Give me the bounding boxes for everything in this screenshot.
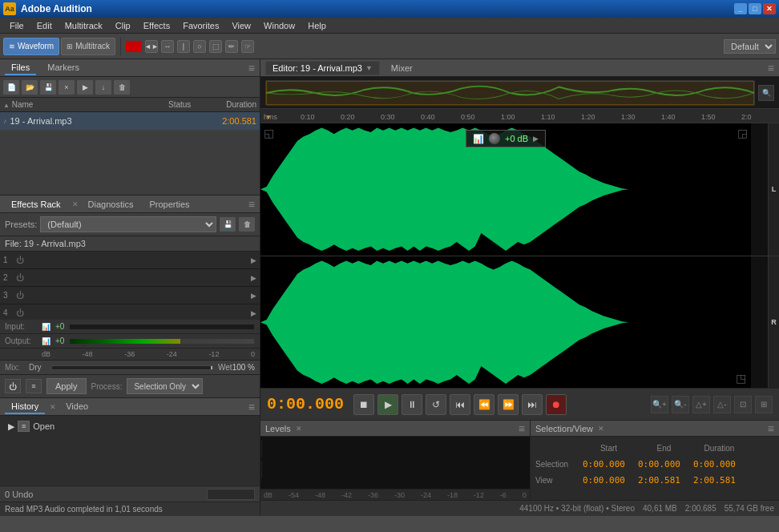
sel-duration-view[interactable]: 2:00.581 bbox=[693, 475, 745, 486]
menu-clip[interactable]: Clip bbox=[109, 19, 137, 32]
record-button[interactable]: ⏺ bbox=[546, 394, 567, 415]
save-file-btn[interactable]: 💾 bbox=[40, 80, 56, 95]
effects-power-btn[interactable]: ⏻ bbox=[5, 379, 21, 393]
sel-end-view[interactable]: 2:00.581 bbox=[638, 475, 690, 486]
new-file-btn[interactable]: 📄 bbox=[3, 80, 19, 95]
history-options[interactable]: ≡ bbox=[248, 401, 255, 413]
menu-favorites[interactable]: Favorites bbox=[176, 19, 225, 32]
goto-start-button[interactable]: ⏮ bbox=[450, 394, 470, 415]
effect-power-3[interactable]: ⏻ bbox=[16, 291, 24, 300]
zoom-out-amp-btn[interactable]: △- bbox=[713, 396, 731, 413]
toolbar-btn-razor[interactable]: ✏ bbox=[225, 40, 238, 53]
sel-start-view[interactable]: 0:00.000 bbox=[583, 475, 635, 486]
col-duration-header[interactable]: Duration bbox=[208, 100, 256, 109]
maximize-button[interactable]: □ bbox=[749, 3, 761, 14]
menu-effects[interactable]: Effects bbox=[137, 19, 176, 32]
mixer-tab[interactable]: Mixer bbox=[385, 62, 419, 75]
process-select[interactable]: Selection Only bbox=[127, 378, 203, 394]
toolbar-btn-hand[interactable]: ☞ bbox=[241, 40, 254, 53]
tab-diagnostics[interactable]: Diagnostics bbox=[82, 198, 140, 211]
toolbar-btn-1[interactable]: ◄► bbox=[145, 40, 158, 53]
tab-history[interactable]: History bbox=[5, 400, 45, 414]
delete-preset-btn[interactable]: 🗑 bbox=[239, 217, 255, 232]
open-file-btn[interactable]: 📂 bbox=[22, 80, 38, 95]
workspace-select[interactable]: Default bbox=[724, 39, 776, 54]
overview-waveform[interactable] bbox=[265, 80, 755, 106]
presets-select[interactable]: (Default) bbox=[40, 216, 216, 232]
effect-arrow-3[interactable]: ▶ bbox=[251, 292, 256, 300]
vol-expand-icon[interactable]: ▶ bbox=[533, 135, 539, 143]
save-preset-btn[interactable]: 💾 bbox=[220, 217, 236, 232]
autoplay-btn[interactable]: ▶ bbox=[77, 80, 93, 95]
apply-button[interactable]: Apply bbox=[46, 378, 87, 394]
effect-row-3[interactable]: 3 ⏻ ▶ bbox=[0, 287, 260, 304]
close-button[interactable]: ✕ bbox=[763, 3, 776, 14]
sel-duration-selection[interactable]: 0:00.000 bbox=[693, 459, 745, 470]
menu-file[interactable]: File bbox=[3, 19, 30, 32]
selection-close[interactable]: ✕ bbox=[598, 425, 604, 433]
effect-power-1[interactable]: ⏻ bbox=[16, 256, 24, 264]
col-name-header[interactable]: ▲ Name bbox=[3, 100, 168, 109]
toolbar-btn-2[interactable]: ↔ bbox=[161, 40, 174, 53]
history-close[interactable]: ✕ bbox=[50, 403, 56, 411]
input-icon[interactable]: 📊 bbox=[42, 323, 50, 331]
toolbar-btn-time[interactable]: | bbox=[177, 40, 190, 53]
selection-options[interactable]: ≡ bbox=[768, 422, 774, 435]
minimize-button[interactable]: _ bbox=[734, 3, 747, 14]
zoom-fit-btn[interactable]: ⊡ bbox=[734, 396, 752, 413]
toolbar-btn-marquee[interactable]: ⬚ bbox=[209, 40, 222, 53]
toolbar-btn-draw[interactable]: ○ bbox=[193, 40, 206, 53]
effect-arrow-2[interactable]: ▶ bbox=[251, 274, 256, 282]
editor-tab-close[interactable]: ▼ bbox=[365, 64, 373, 72]
volume-overlay[interactable]: 📊 +0 dB ▶ bbox=[466, 130, 546, 147]
bottom-right-corner-marker[interactable]: ◳ bbox=[736, 372, 746, 385]
levels-close[interactable]: ✕ bbox=[296, 425, 302, 433]
delete-btn[interactable]: 🗑 bbox=[114, 80, 130, 95]
volume-knob[interactable] bbox=[489, 133, 500, 144]
menu-window[interactable]: Window bbox=[257, 19, 301, 32]
zoom-full-btn[interactable]: ⊞ bbox=[755, 396, 773, 413]
history-item-open[interactable]: ▶ ≡ Open bbox=[5, 419, 255, 433]
effects-list-btn[interactable]: ≡ bbox=[26, 379, 42, 393]
editor-tab-arrival[interactable]: Editor: 19 - Arrival.mp3 ▼ bbox=[265, 61, 380, 75]
close-file-btn[interactable]: × bbox=[59, 80, 75, 95]
effect-power-4[interactable]: ⏻ bbox=[16, 308, 24, 317]
effect-row-1[interactable]: 1 ⏻ ▶ bbox=[0, 252, 260, 269]
sel-start-selection[interactable]: 0:00.000 bbox=[583, 459, 635, 470]
waveform-main[interactable]: 📊 +0 dB ▶ ◱ ◲ ◳ bbox=[260, 123, 779, 388]
output-icon[interactable]: 📊 bbox=[42, 337, 50, 345]
menu-multitrack[interactable]: Multitrack bbox=[59, 19, 109, 32]
zoom-in-time-btn[interactable]: 🔍+ bbox=[651, 396, 668, 413]
multitrack-mode-button[interactable]: ⊞ Multitrack bbox=[61, 38, 115, 55]
waveform-canvas[interactable]: 📊 +0 dB ▶ ◱ ◲ ◳ bbox=[260, 123, 751, 388]
tab-effects-rack[interactable]: Effects Rack bbox=[5, 198, 67, 211]
rewind-button[interactable]: ⏪ bbox=[474, 394, 494, 415]
pause-button[interactable]: ⏸ bbox=[402, 394, 422, 415]
top-left-corner-marker[interactable]: ◱ bbox=[264, 127, 274, 139]
tab-properties[interactable]: Properties bbox=[143, 198, 196, 211]
waveform-mode-button[interactable]: ≋ Waveform bbox=[3, 38, 59, 55]
effects-panel-options[interactable]: ≡ bbox=[248, 198, 255, 211]
editor-panel-options[interactable]: ≡ bbox=[768, 62, 774, 75]
effects-rack-close[interactable]: ✕ bbox=[72, 200, 79, 208]
levels-options[interactable]: ≡ bbox=[519, 422, 525, 435]
overview-zoom-btn[interactable]: 🔍 bbox=[758, 85, 774, 101]
play-button[interactable]: ▶ bbox=[377, 394, 398, 415]
tab-video[interactable]: Video bbox=[59, 400, 95, 414]
sel-end-selection[interactable]: 0:00.000 bbox=[638, 459, 690, 470]
col-status-header[interactable]: Status bbox=[168, 100, 208, 109]
zoom-out-time-btn[interactable]: 🔍- bbox=[672, 396, 689, 413]
goto-end-button[interactable]: ⏭ bbox=[522, 394, 543, 415]
effect-power-2[interactable]: ⏻ bbox=[16, 273, 24, 282]
effect-arrow-4[interactable]: ▶ bbox=[251, 309, 256, 317]
file-entry-arrival[interactable]: ♪ 19 - Arrival.mp3 2:00.581 bbox=[0, 112, 260, 130]
effect-row-2[interactable]: 2 ⏻ ▶ bbox=[0, 269, 260, 287]
files-panel-options[interactable]: ≡ bbox=[248, 62, 255, 75]
fast-forward-button[interactable]: ⏩ bbox=[498, 394, 519, 415]
top-right-corner-marker[interactable]: ◲ bbox=[737, 127, 748, 139]
insert-btn[interactable]: ↓ bbox=[95, 80, 111, 95]
menu-edit[interactable]: Edit bbox=[30, 19, 59, 32]
stop-button[interactable]: ⏹ bbox=[353, 394, 374, 415]
menu-view[interactable]: View bbox=[225, 19, 257, 32]
tab-markers[interactable]: Markers bbox=[41, 61, 86, 75]
